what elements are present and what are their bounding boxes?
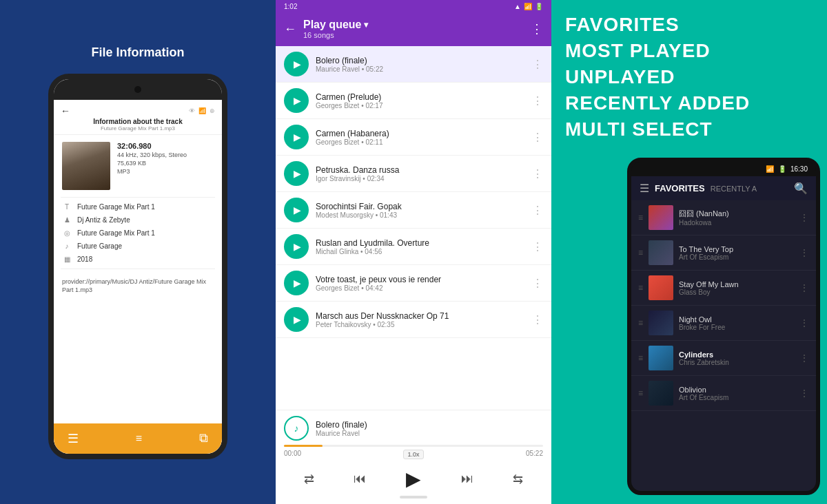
pq-song-more-4[interactable]: ⋮ — [532, 167, 543, 180]
fav-more-3[interactable]: ⋮ — [799, 282, 809, 293]
fav-song-artist-3: Glass Boy — [679, 288, 794, 296]
pq-dropdown-icon[interactable]: ▾ — [364, 20, 368, 30]
pq-np-artist: Maurice Ravel — [316, 430, 543, 437]
pq-speed-badge[interactable]: 1.0x — [403, 450, 423, 459]
menu-icon[interactable]: ≡ — [136, 432, 142, 445]
fav-song-artist-5: Chris Zabretskin — [679, 359, 794, 366]
pq-song-more-3[interactable]: ⋮ — [532, 131, 543, 144]
fav-status-bar: 📶 🔋 16:30 — [631, 162, 816, 176]
pq-repeat-btn[interactable]: ⇆ — [513, 472, 523, 487]
track-artist-val: Dj Antiz & Zebyte — [77, 216, 130, 224]
copy-icon[interactable]: ⧉ — [199, 431, 208, 445]
track-year-val: 2018 — [77, 255, 92, 263]
fav-song-name-6: Oblivion — [679, 386, 794, 394]
pq-song-more-8[interactable]: ⋮ — [532, 313, 543, 326]
pq-song-more-6[interactable]: ⋮ — [532, 240, 543, 253]
fav-more-5[interactable]: ⋮ — [799, 353, 809, 364]
drag-handle-5: ≡ — [638, 353, 643, 363]
fav-song-item-3[interactable]: ≡ Stay Off My Lawn Glass Boy ⋮ — [631, 271, 816, 306]
note-icon: ♪ — [294, 423, 299, 434]
pq-song-item-8[interactable]: ▶ Marsch aus Der Nussknacker Op 71 Peter… — [276, 302, 551, 338]
fav-header-title: FAVORITES — [655, 183, 705, 193]
pq-song-more-7[interactable]: ⋮ — [532, 277, 543, 290]
fav-more-2[interactable]: ⋮ — [799, 247, 809, 258]
fav-hero: FAVORITES MOST PLAYED UNPLAYED RECENTLY … — [551, 0, 827, 151]
pq-song-more-2[interactable]: ⋮ — [532, 94, 543, 107]
fav-more-4[interactable]: ⋮ — [799, 317, 809, 328]
fav-song-name-5: Cylinders — [679, 350, 794, 359]
fav-song-item-4[interactable]: ≡ Night Owl Broke For Free ⋮ — [631, 306, 816, 341]
pq-play-main-btn[interactable]: ▶ — [406, 468, 421, 490]
pq-play-btn-4[interactable]: ▶ — [284, 161, 309, 186]
fav-song-item-5[interactable]: ≡ Cylinders Chris Zabretskin ⋮ — [631, 341, 816, 376]
fi-back-btn[interactable]: ← — [61, 105, 70, 116]
pq-header: ← Play queue ▾ 16 songs ⋮ — [276, 13, 551, 46]
pq-shuffle-btn[interactable]: ⇄ — [304, 472, 314, 487]
fav-battery-icon: 🔋 — [778, 165, 786, 173]
pq-song-item-4[interactable]: ▶ Petruska. Danza russa Igor Stravinskij… — [276, 156, 551, 192]
album-icon: ◎ — [62, 229, 72, 237]
fav-song-info-6: Oblivion Art Of Escapism — [679, 386, 794, 401]
year-icon: ▦ — [62, 255, 72, 263]
pq-play-btn-7[interactable]: ▶ — [284, 271, 309, 295]
phone-mockup-1: ← 👁 📶 ⊕ Information about the track Futu… — [48, 74, 227, 459]
fav-header-tab[interactable]: RECENTLY A — [711, 185, 757, 193]
pq-song-meta-4: Igor Stravinskij • 02:34 — [316, 175, 525, 182]
fav-album-art-2 — [649, 240, 673, 265]
fav-phone-header: ☰ FAVORITES RECENTLY A 🔍 — [631, 176, 816, 200]
fav-song-item-1[interactable]: ≡ 囧囧 (NanNan) Hadokowa ⋮ — [631, 200, 816, 235]
pq-song-item-5[interactable]: ▶ Sorochintsi Fair. Gopak Modest Musorgs… — [276, 192, 551, 229]
pq-song-item-2[interactable]: ▶ Carmen (Prelude) Georges Bizet • 02:17… — [276, 83, 551, 119]
pq-wifi-icon: 📶 — [524, 3, 532, 10]
pq-np-play-btn[interactable]: ♪ — [284, 416, 309, 441]
fav-more-1[interactable]: ⋮ — [799, 212, 809, 223]
fi-track-title: Information about the track — [93, 118, 182, 125]
fav-song-item-6[interactable]: ≡ Oblivion Art Of Escapism ⋮ — [631, 376, 816, 411]
pq-play-btn-3[interactable]: ▶ — [284, 125, 309, 149]
fav-search-icon[interactable]: 🔍 — [794, 182, 808, 195]
fav-song-info-3: Stay Off My Lawn Glass Boy — [679, 280, 794, 296]
fav-menu-icon[interactable]: ☰ — [640, 182, 649, 195]
pq-song-list[interactable]: ▶ Bolero (finale) Maurice Ravel • 05:22 … — [276, 46, 551, 410]
pq-back-btn[interactable]: ← — [284, 22, 296, 36]
list-icon[interactable]: ☰ — [68, 431, 79, 446]
fav-song-item-2[interactable]: ≡ To The Very Top Art Of Escapism ⋮ — [631, 235, 816, 271]
fav-album-art-4 — [649, 311, 673, 335]
fav-more-6[interactable]: ⋮ — [799, 388, 809, 399]
play-icon-2: ▶ — [294, 95, 301, 106]
pq-more-btn[interactable]: ⋮ — [531, 21, 543, 36]
artist-icon: ♟ — [62, 216, 72, 224]
pq-song-more-5[interactable]: ⋮ — [532, 204, 543, 217]
pq-play-btn-2[interactable]: ▶ — [284, 88, 309, 113]
pq-progress-bar[interactable] — [284, 445, 543, 447]
pq-prev-btn[interactable]: ⏮ — [354, 472, 366, 486]
track-album-val: Future Garage Mix Part 1 — [77, 229, 155, 237]
pq-song-info-6: Ruslan and Lyudmila. Overture Michail Gl… — [316, 238, 525, 255]
pq-song-info-4: Petruska. Danza russa Igor Stravinskij •… — [316, 165, 525, 182]
pq-song-info-2: Carmen (Prelude) Georges Bizet • 02:17 — [316, 92, 525, 109]
play-queue-panel: 1:02 ▲ 📶 🔋 ← Play queue ▾ 16 songs ⋮ ▶ — [276, 0, 551, 504]
fav-album-art-6 — [649, 381, 673, 406]
pq-total-time: 05:22 — [526, 450, 543, 459]
pq-songs-count: 16 songs — [303, 31, 368, 39]
pq-song-meta-3: Georges Bizet • 02:11 — [316, 138, 525, 146]
pq-song-item-7[interactable]: ▶ Votre toast, je peux vous ie render Ge… — [276, 265, 551, 302]
pq-drag-handle — [400, 496, 427, 498]
pq-play-btn-6[interactable]: ▶ — [284, 234, 309, 259]
pq-song-more-1[interactable]: ⋮ — [532, 58, 543, 71]
track-duration: 32:06.980 — [117, 142, 187, 150]
pq-song-item-6[interactable]: ▶ Ruslan and Lyudmila. Overture Michail … — [276, 229, 551, 265]
fav-song-name-2: To The Very Top — [679, 245, 794, 253]
pq-battery-icon: 🔋 — [535, 3, 543, 10]
pq-play-btn-1[interactable]: ▶ — [284, 52, 309, 76]
pq-song-item-3[interactable]: ▶ Carmen (Habanera) Georges Bizet • 02:1… — [276, 119, 551, 156]
pq-song-meta-8: Peter Tchaikovsky • 02:35 — [316, 321, 525, 328]
pq-next-btn[interactable]: ⏭ — [461, 472, 473, 486]
pq-song-name-1: Bolero (finale) — [316, 56, 525, 65]
pq-song-item-1[interactable]: ▶ Bolero (finale) Maurice Ravel • 05:22 … — [276, 46, 551, 83]
pq-play-btn-5[interactable]: ▶ — [284, 198, 309, 222]
fav-hero-most-played: MOST PLAYED — [565, 40, 813, 62]
fav-phone-mockup: 📶 🔋 16:30 ☰ FAVORITES RECENTLY A 🔍 ≡ — [627, 158, 820, 495]
pq-play-btn-8[interactable]: ▶ — [284, 307, 309, 332]
fav-song-name-4: Night Owl — [679, 315, 794, 324]
